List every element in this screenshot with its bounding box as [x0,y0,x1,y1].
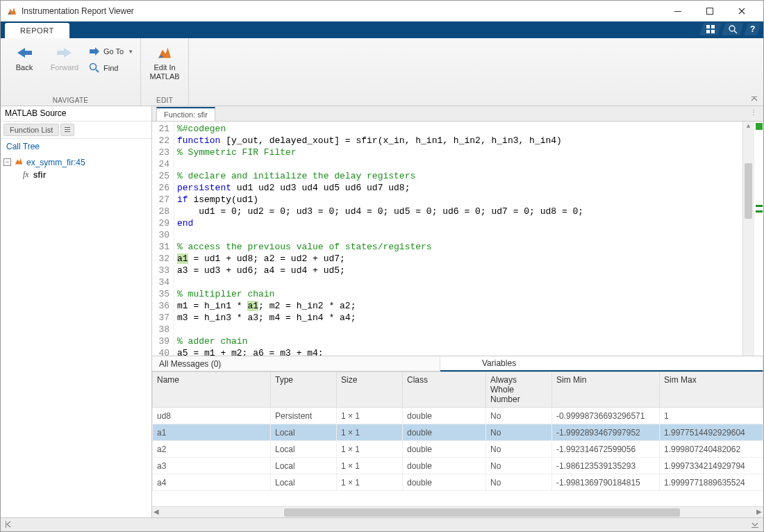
editor-panel: Function: sfir ⋮ 21222324252627282930313… [152,106,763,517]
titlebar: Instrumentation Report Viewer [1,1,763,22]
call-tree-link[interactable]: Call Tree [1,139,151,154]
svg-rect-2 [706,25,710,28]
scroll-thumb[interactable] [745,163,752,219]
minimize-button[interactable] [662,1,694,22]
find-icon [88,62,101,74]
code-minimap[interactable] [754,122,763,356]
main-area: MATLAB Source Function List Call Tree − … [1,106,763,517]
tree-item-child[interactable]: fx sfir [3,169,149,181]
goto-icon [88,45,101,58]
group-label-edit: EDIT [145,95,184,106]
svg-rect-12 [6,521,6,528]
table-header[interactable]: Class [403,372,486,408]
function-list-button[interactable]: Function List [3,124,59,136]
maximize-button[interactable] [694,1,726,22]
bottom-tabs: All Messages (0) Variables [152,356,763,372]
fx-icon: fx [23,169,29,180]
tab-variables[interactable]: Variables [440,356,763,372]
svg-rect-3 [711,25,715,28]
svg-rect-4 [706,30,710,33]
table-header[interactable]: Sim Min [552,372,660,408]
svg-rect-10 [65,129,70,130]
status-left-icon[interactable] [5,520,13,531]
svg-rect-5 [711,30,715,33]
sidebar-title: MATLAB Source [1,106,151,122]
quick-access-help-icon[interactable]: ? [744,23,761,35]
svg-rect-0 [674,11,681,12]
matlab-file-icon [14,156,24,168]
svg-point-7 [90,64,97,70]
code-scrollbar[interactable]: ▲ [742,122,754,356]
svg-point-6 [729,26,735,31]
scroll-right-icon[interactable]: ▶ [756,508,762,515]
variables-panel: NameTypeSizeClassAlwaysWholeNumberSim Mi… [152,372,763,517]
scroll-left-icon[interactable]: ◀ [153,508,159,515]
toolstrip-group-navigate: Back Forward Go To ▼ Find NAVIGATE [1,38,141,106]
table-row[interactable]: a1Local1 × 1doubleNo-1.99928934679979521… [153,424,763,441]
table-header[interactable]: Name [153,372,271,408]
quick-access-layout-icon[interactable] [699,23,722,35]
close-button[interactable] [726,1,758,22]
line-gutter: 2122232425262728293031323334353637383940 [152,122,174,356]
group-label-navigate: NAVIGATE [5,95,136,106]
forward-button: Forward [45,41,84,75]
function-list-dropdown[interactable] [60,124,74,136]
toolstrip-group-edit: Edit In MATLAB EDIT [141,38,189,106]
table-h-scrollbar[interactable]: ◀ ▶ [152,506,763,517]
tab-all-messages[interactable]: All Messages (0) [152,356,440,371]
status-bar [1,517,763,532]
minimap-mark [756,210,763,213]
matlab-logo-icon [156,44,174,62]
table-header[interactable]: AlwaysWholeNumber [486,372,552,408]
tree-collapse-icon[interactable]: − [3,158,11,166]
scroll-up-icon[interactable]: ▲ [743,122,754,131]
table-row[interactable]: ud8Persistent1 × 1doubleNo-0.99998736693… [153,408,763,424]
tree-item-root[interactable]: − ex_symm_fir:45 [3,156,149,169]
table-row[interactable]: a3Local1 × 1doubleNo-1.9861235391352931.… [153,458,763,474]
edit-in-matlab-button[interactable]: Edit In MATLAB [145,41,184,83]
scroll-thumb[interactable] [284,508,680,517]
svg-rect-1 [707,8,713,14]
svg-rect-13 [751,527,758,528]
tab-report[interactable]: REPORT [5,23,69,38]
table-header[interactable]: Type [271,372,337,408]
dropdown-caret-icon: ▼ [128,49,133,55]
quick-access-search-icon[interactable] [722,23,744,35]
editor-tab-overflow-icon[interactable]: ⋮ [750,108,758,116]
code-content[interactable]: %#codegenfunction [y_out, delayed_xout] … [174,122,742,356]
back-button[interactable]: Back [5,41,44,75]
forward-arrow-icon [56,44,74,62]
code-area[interactable]: 2122232425262728293031323334353637383940… [152,122,763,356]
ribbon-tab-row: REPORT ? [1,22,763,38]
svg-rect-8 [751,97,757,97]
call-tree: − ex_symm_fir:45 fx sfir [1,154,151,182]
toolstrip-collapse-icon[interactable] [749,94,759,104]
table-row[interactable]: a4Local1 × 1doubleNo-1.99813697901848151… [153,474,763,491]
back-arrow-icon [15,44,33,62]
window-title: Instrumentation Report Viewer [22,6,662,16]
table-row[interactable]: a2Local1 × 1doubleNo-1.9923146725990561.… [153,441,763,458]
status-right-icon[interactable] [751,520,759,531]
code-status-ok-icon [756,123,763,130]
svg-rect-11 [65,131,70,132]
svg-rect-9 [65,127,70,128]
app-logo-icon [6,6,17,17]
goto-button[interactable]: Go To ▼ [85,44,136,59]
editor-tab-sfir[interactable]: Function: sfir [156,107,215,121]
variables-table[interactable]: NameTypeSizeClassAlwaysWholeNumberSim Mi… [152,372,763,506]
table-header[interactable]: Sim Max [660,372,763,408]
minimap-mark [756,205,763,207]
table-header[interactable]: Size [337,372,403,408]
editor-tabs: Function: sfir ⋮ [152,106,763,122]
toolstrip: Back Forward Go To ▼ Find NAVIGATE [1,38,763,106]
sidebar: MATLAB Source Function List Call Tree − … [1,106,152,517]
find-button[interactable]: Find [85,60,136,76]
